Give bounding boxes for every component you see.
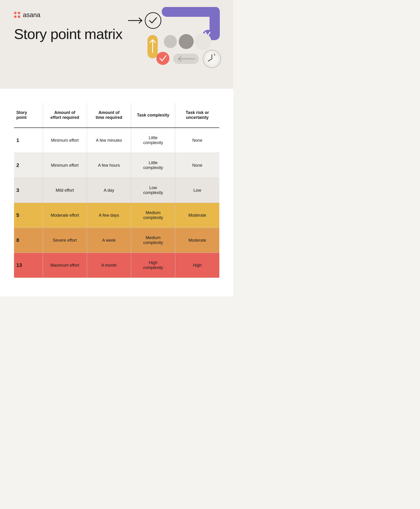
col-header-story-point: Story point	[14, 103, 43, 128]
svg-point-5	[179, 34, 194, 49]
svg-point-6	[195, 33, 211, 50]
logo-dot-2	[18, 12, 20, 14]
table-row: 13Maximum effortA monthHighcomplexityHig…	[14, 253, 219, 278]
col-header-complexity: Task complexity	[131, 103, 175, 128]
table-row: 2Minimum effortA few hoursLittlecomplexi…	[14, 153, 219, 178]
logo-dot-1	[14, 12, 16, 14]
cell-complexity: Lowcomplexity	[131, 178, 175, 203]
cell-story-point: 5	[14, 203, 43, 228]
table-header-row: Story point Amount ofeffort required Amo…	[14, 103, 219, 128]
col-header-time: Amount oftime required	[87, 103, 131, 128]
col-header-effort: Amount ofeffort required	[43, 103, 87, 128]
main-content: Story point Amount ofeffort required Amo…	[0, 89, 233, 296]
header-section: asana Story point matrix	[0, 0, 233, 89]
cell-risk: Low	[175, 178, 219, 203]
logo-icon	[14, 12, 21, 18]
cell-risk: High	[175, 253, 219, 278]
table-row: 8Severe effortA weekMediumcomplexityMode…	[14, 228, 219, 253]
cell-time: A few hours	[87, 153, 131, 178]
table-row: 5Moderate effortA few daysMediumcomplexi…	[14, 203, 219, 228]
cell-time: A few minutes	[87, 128, 131, 153]
cell-story-point: 2	[14, 153, 43, 178]
cell-complexity: Mediumcomplexity	[131, 203, 175, 228]
cell-effort: Minimum effort	[43, 153, 87, 178]
logo-dot-3	[14, 15, 16, 18]
cell-time: A few days	[87, 203, 131, 228]
cell-effort: Mild effort	[43, 178, 87, 203]
cell-complexity: Littlecomplexity	[131, 153, 175, 178]
cell-effort: Maximum effort	[43, 253, 87, 278]
cell-complexity: Littlecomplexity	[131, 128, 175, 153]
svg-point-4	[164, 35, 177, 48]
svg-point-1	[145, 13, 161, 29]
cell-effort: Severe effort	[43, 228, 87, 253]
cell-story-point: 13	[14, 253, 43, 278]
cell-risk: Moderate	[175, 203, 219, 228]
cell-story-point: 1	[14, 128, 43, 153]
cell-risk: Moderate	[175, 228, 219, 253]
header-illustration	[126, 7, 224, 72]
logo-text: asana	[23, 11, 40, 19]
cell-effort: Moderate effort	[43, 203, 87, 228]
table-row: 1Minimum effortA few minutesLittlecomple…	[14, 128, 219, 153]
story-point-matrix-table: Story point Amount ofeffort required Amo…	[14, 103, 219, 278]
cell-risk: None	[175, 153, 219, 178]
cell-complexity: Mediumcomplexity	[131, 228, 175, 253]
cell-risk: None	[175, 128, 219, 153]
logo-dot-4	[18, 15, 20, 18]
cell-story-point: 8	[14, 228, 43, 253]
cell-complexity: Highcomplexity	[131, 253, 175, 278]
cell-story-point: 3	[14, 178, 43, 203]
cell-time: A week	[87, 228, 131, 253]
cell-time: A month	[87, 253, 131, 278]
cell-time: A day	[87, 178, 131, 203]
cell-effort: Minimum effort	[43, 128, 87, 153]
svg-point-7	[156, 52, 169, 65]
table-row: 3Mild effortA dayLowcomplexityLow	[14, 178, 219, 203]
col-header-risk: Task risk oruncertainty	[175, 103, 219, 128]
